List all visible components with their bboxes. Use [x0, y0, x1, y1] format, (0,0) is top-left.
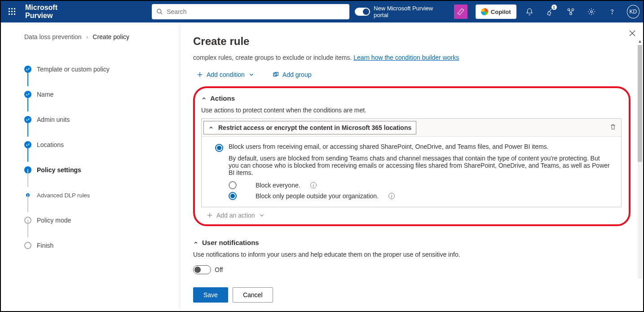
- topbar: Microsoft Purview New Microsoft Purview …: [1, 1, 643, 22]
- copilot-button[interactable]: Copilot: [476, 4, 516, 19]
- step-policy-mode[interactable]: Policy mode: [24, 208, 164, 233]
- app-launcher[interactable]: [4, 4, 20, 20]
- copilot-icon: [481, 8, 488, 15]
- svg-rect-8: [14, 13, 15, 15]
- svg-point-9: [157, 9, 161, 13]
- action-card-toggle[interactable]: Restrict access or encrypt the content i…: [203, 121, 416, 134]
- info-icon[interactable]: i: [388, 193, 395, 199]
- breadcrumb: Data loss prevention › Create policy: [24, 33, 164, 40]
- step-template[interactable]: Template or custom policy: [24, 57, 164, 82]
- user-notifications-section: User notifications Use notifications to …: [193, 235, 631, 279]
- save-button[interactable]: Save: [193, 287, 228, 303]
- user-notifications-desc: Use notifications to inform your users a…: [193, 251, 631, 258]
- user-avatar[interactable]: KD: [627, 5, 640, 18]
- actions-toggle[interactable]: Actions: [201, 94, 622, 102]
- svg-line-10: [161, 13, 163, 14]
- add-group-button[interactable]: Add group: [273, 71, 312, 78]
- user-notifications-toggle[interactable]: User notifications: [193, 239, 631, 246]
- add-condition-button[interactable]: Add condition: [197, 71, 255, 78]
- add-action-button[interactable]: Add an action: [201, 207, 622, 219]
- new-portal-label: New Microsoft Purview portal: [374, 5, 445, 18]
- actions-section-highlighted: Actions Use actions to protect content w…: [193, 86, 631, 226]
- scroll-up-icon[interactable]: ▲: [638, 39, 642, 44]
- svg-point-13: [569, 13, 572, 15]
- notifications-toggle-off[interactable]: Off: [193, 265, 223, 274]
- svg-rect-4: [11, 11, 13, 12]
- svg-rect-1: [11, 8, 13, 9]
- svg-point-15: [612, 13, 612, 14]
- search-box[interactable]: [152, 4, 349, 19]
- delete-action-button[interactable]: [605, 119, 621, 136]
- actions-desc: Use actions to protect content when the …: [201, 107, 622, 114]
- breadcrumb-current: Create policy: [93, 33, 129, 40]
- cancel-button[interactable]: Cancel: [233, 287, 273, 303]
- svg-rect-3: [9, 11, 10, 12]
- svg-rect-2: [14, 8, 15, 9]
- step-name[interactable]: Name: [24, 82, 164, 107]
- panel-subtitle: complex rules, create groups to exclude …: [193, 54, 631, 61]
- svg-rect-6: [9, 13, 10, 15]
- svg-point-14: [590, 11, 592, 13]
- step-admin-units[interactable]: Admin units: [24, 107, 164, 132]
- chevron-down-icon: [259, 212, 265, 218]
- product-name: Microsoft Purview: [25, 4, 84, 20]
- svg-rect-5: [14, 11, 15, 12]
- panel-title: Create rule: [193, 35, 631, 48]
- chevron-down-icon: [248, 71, 255, 78]
- breadcrumb-parent[interactable]: Data loss prevention: [24, 33, 82, 40]
- scrollbar[interactable]: ▲: [638, 45, 642, 279]
- connections-icon[interactable]: [563, 4, 578, 20]
- subradio-block-everyone[interactable]: Block everyone. i: [215, 180, 610, 191]
- svg-rect-0: [9, 8, 10, 9]
- sidebar: Data loss prevention › Create policy Tem…: [1, 22, 181, 311]
- tasks-icon[interactable]: [543, 4, 558, 20]
- learn-condition-builder-link[interactable]: Learn how the condition builder works: [353, 54, 459, 61]
- svg-rect-7: [11, 13, 13, 15]
- subradio-block-external[interactable]: Block only people outside your organizat…: [215, 191, 610, 201]
- search-input[interactable]: [167, 8, 345, 15]
- step-finish[interactable]: Finish: [24, 233, 164, 258]
- settings-icon[interactable]: [584, 4, 599, 20]
- new-portal-toggle[interactable]: New Microsoft Purview portal: [355, 5, 445, 18]
- wizard-steps: Template or custom policy Name Admin uni…: [24, 57, 164, 258]
- radio-block-users-desc: By default, users are blocked from sendi…: [215, 154, 610, 180]
- search-icon: [156, 8, 163, 15]
- step-locations[interactable]: Locations: [24, 132, 164, 157]
- rule-panel: Create rule complex rules, create groups…: [181, 22, 643, 311]
- step-policy-settings[interactable]: Policy settings: [24, 157, 164, 183]
- eraser-button[interactable]: [454, 4, 468, 19]
- notifications-icon[interactable]: [522, 4, 537, 20]
- help-icon[interactable]: [604, 4, 620, 20]
- action-card: Restrict access or encrypt the content i…: [201, 118, 622, 207]
- scrollbar-thumb[interactable]: [638, 45, 642, 162]
- step-advanced-rules[interactable]: Advanced DLP rules: [24, 183, 164, 208]
- radio-block-users[interactable]: Block users from receiving email, or acc…: [215, 141, 610, 154]
- info-icon[interactable]: i: [310, 182, 317, 188]
- close-panel[interactable]: [629, 30, 636, 38]
